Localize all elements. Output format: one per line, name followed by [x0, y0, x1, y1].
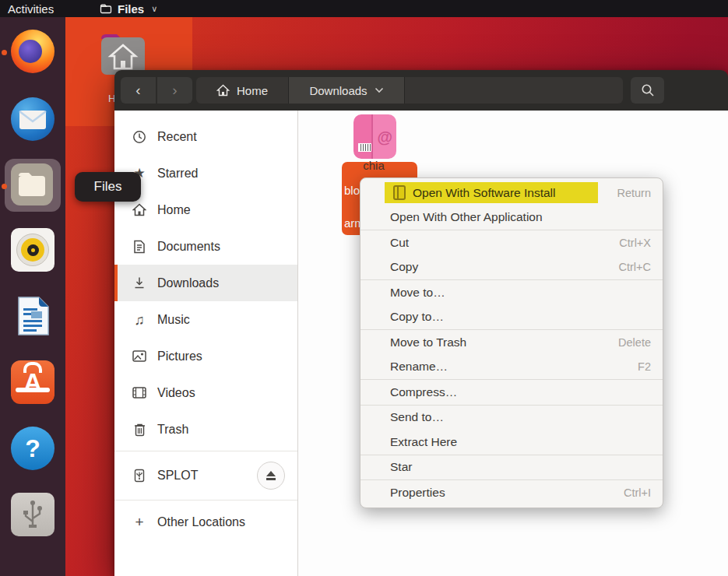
home-folder-icon — [98, 28, 148, 76]
header-bar: ‹ › Home Downloads — [114, 70, 728, 111]
deb-package-icon[interactable]: @ — [353, 114, 396, 159]
sidebar-item-other-locations[interactable]: + Other Locations — [114, 504, 297, 540]
eject-icon — [266, 471, 276, 476]
dock-tooltip: Files — [75, 172, 141, 202]
annotation-highlight: Open With Software Install — [385, 182, 598, 203]
breadcrumb-downloads-label: Downloads — [309, 84, 367, 97]
back-button[interactable]: ‹ — [121, 77, 156, 104]
firefox-globe — [19, 40, 42, 63]
chevron-down-icon — [375, 87, 384, 93]
usb-trident-icon — [19, 500, 46, 529]
menu-item-extract-here[interactable]: Extract Here — [360, 430, 663, 455]
envelope-icon — [19, 110, 47, 130]
running-indicator-firefox — [2, 50, 7, 55]
document-icon — [132, 240, 147, 254]
sidebar-label: Music — [157, 313, 190, 327]
menu-item-properties[interactable]: Properties Ctrl+I — [360, 480, 663, 505]
barcode-decal — [358, 143, 371, 152]
sidebar-label: Home — [157, 203, 191, 217]
menu-item-rename[interactable]: Rename… F2 — [360, 355, 663, 380]
writer-document-icon — [11, 294, 55, 338]
menu-item-move-to[interactable]: Move to… — [360, 280, 663, 305]
sidebar-label: Other Locations — [157, 515, 245, 529]
thunderbird-icon[interactable] — [11, 97, 55, 141]
sidebar-item-downloads[interactable]: Downloads — [114, 265, 297, 301]
menu-item-copy[interactable]: Copy Ctrl+C — [360, 255, 663, 280]
suitcase-band — [16, 388, 50, 392]
home-icon — [132, 203, 147, 216]
files-icon[interactable] — [11, 163, 55, 207]
trash-icon — [132, 423, 147, 437]
sidebar-item-videos[interactable]: Videos — [114, 374, 297, 411]
ubuntu-software-icon[interactable]: A — [11, 360, 55, 404]
sidebar-item-pictures[interactable]: Pictures — [114, 338, 297, 374]
dock: A ? — [0, 17, 65, 576]
running-indicator-files — [2, 184, 7, 189]
sidebar-item-music[interactable]: ♫ Music — [114, 301, 297, 338]
sidebar-label: Trash — [157, 423, 188, 437]
screen: H — [0, 0, 728, 576]
shortcut-label: Return — [617, 187, 651, 199]
sidebar: Recent ★ Starred Home Documents — [114, 111, 298, 576]
file-label-chia[interactable]: chia — [343, 159, 404, 172]
sidebar-label: Recent — [157, 130, 197, 144]
home-icon — [216, 84, 230, 97]
picture-icon — [132, 350, 147, 362]
menu-item-open-with-other-application[interactable]: Open With Other Application — [360, 205, 663, 230]
shortcut-label: F2 — [638, 360, 651, 373]
search-icon — [641, 83, 655, 97]
selected-file-label-line1: blo — [344, 184, 360, 197]
menu-item-compress[interactable]: Compress… — [360, 380, 663, 405]
sidebar-item-home[interactable]: Home — [114, 191, 297, 228]
shortcut-label: Ctrl+C — [619, 261, 652, 273]
nautilus-folder — [11, 163, 53, 205]
sidebar-label: Starred — [157, 167, 198, 181]
debian-swirl-icon: @ — [377, 128, 392, 146]
menu-item-copy-to[interactable]: Copy to… — [360, 305, 663, 330]
firefox-icon[interactable] — [11, 30, 55, 73]
music-icon: ♫ — [132, 313, 147, 327]
sidebar-separator — [114, 500, 297, 500]
path-bar-empty[interactable] — [405, 77, 623, 104]
menu-item-star[interactable]: Star — [360, 455, 663, 480]
breadcrumb-home-label: Home — [237, 84, 268, 97]
shortcut-label: Ctrl+X — [619, 237, 651, 249]
sidebar-label: Documents — [157, 240, 220, 254]
sidebar-label: Videos — [157, 386, 195, 400]
search-button[interactable] — [631, 77, 664, 104]
chevron-down-icon: ∨ — [151, 4, 157, 14]
sidebar-separator — [114, 451, 297, 451]
sidebar-item-splot-drive[interactable]: SPLOT — [114, 455, 297, 497]
question-mark: ? — [25, 434, 40, 463]
breadcrumb-home[interactable]: Home — [196, 77, 288, 104]
plus-icon: + — [132, 515, 147, 529]
menu-item-send-to[interactable]: Send to… — [360, 406, 663, 430]
menu-item-cut[interactable]: Cut Ctrl+X — [360, 230, 663, 255]
eject-button[interactable] — [257, 462, 285, 490]
sidebar-item-documents[interactable]: Documents — [114, 228, 297, 265]
libreoffice-writer-icon[interactable] — [11, 294, 55, 338]
shortcut-label: Delete — [618, 336, 651, 349]
rhythmbox-icon[interactable] — [11, 228, 55, 272]
top-bar: Activities Files ∨ — [0, 0, 728, 17]
usb-drive-icon[interactable] — [11, 493, 55, 536]
sidebar-label: SPLOT — [157, 469, 198, 483]
breadcrumb-downloads[interactable]: Downloads — [289, 77, 404, 104]
activities-button[interactable]: Activities — [8, 2, 54, 16]
help-icon[interactable]: ? — [11, 427, 55, 470]
video-icon — [132, 387, 147, 399]
download-icon — [132, 276, 147, 290]
path-bar: Home Downloads — [196, 77, 623, 104]
sidebar-label: Downloads — [157, 276, 219, 290]
sidebar-item-starred[interactable]: ★ Starred — [114, 155, 297, 191]
speaker-icon — [16, 234, 49, 266]
sidebar-item-recent[interactable]: Recent — [114, 118, 297, 155]
forward-button[interactable]: › — [157, 77, 192, 104]
app-menu-button[interactable]: Files ∨ — [100, 2, 157, 16]
sidebar-item-trash[interactable]: Trash — [114, 411, 297, 448]
menu-item-move-to-trash[interactable]: Move to Trash Delete — [360, 330, 663, 355]
menu-item-open-with-software-install[interactable]: Open With Software Install Return — [360, 181, 663, 205]
app-menu-label: Files — [118, 2, 144, 16]
clock-icon — [132, 130, 147, 144]
software-letter: A — [11, 368, 55, 397]
